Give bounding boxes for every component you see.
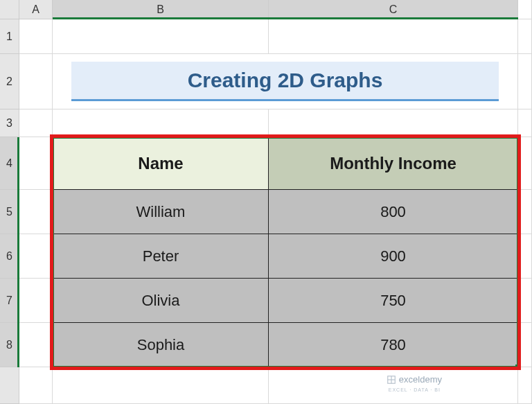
row-header-1[interactable]: 1	[0, 19, 19, 54]
select-all-corner[interactable]	[0, 0, 19, 19]
table-header-name[interactable]: Name	[53, 137, 269, 190]
cell-A4[interactable]	[19, 137, 53, 190]
cell-A9[interactable]	[19, 367, 53, 404]
table-row[interactable]: Sophia	[53, 323, 269, 367]
col-header-A[interactable]: A	[19, 0, 53, 19]
cell-D3[interactable]	[518, 109, 532, 137]
cell-B3[interactable]	[53, 109, 269, 137]
page-title: Creating 2D Graphs	[71, 62, 499, 101]
cell-A6[interactable]	[19, 234, 53, 279]
cell-A8[interactable]	[19, 323, 53, 367]
row-header-3[interactable]: 3	[0, 109, 19, 137]
cell-D4[interactable]	[518, 137, 532, 190]
table-row[interactable]: William	[53, 190, 269, 234]
cell-A3[interactable]	[19, 109, 53, 137]
table-row[interactable]: 800	[269, 190, 518, 234]
cell-B1[interactable]	[53, 19, 269, 54]
row-header-9[interactable]	[0, 367, 19, 404]
row-selection-marker	[0, 137, 19, 367]
cell-D1[interactable]	[518, 19, 532, 54]
cell-C1[interactable]	[269, 19, 518, 54]
cell-D7[interactable]	[518, 279, 532, 323]
cell-D6[interactable]	[518, 234, 532, 279]
cell-D9[interactable]	[518, 367, 532, 404]
table-row[interactable]: Olivia	[53, 279, 269, 323]
table-row[interactable]: 900	[269, 234, 518, 279]
table-row[interactable]: 780	[269, 323, 518, 367]
spreadsheet-icon	[387, 375, 396, 385]
cell-C9[interactable]	[269, 367, 518, 404]
cell-D5[interactable]	[518, 190, 532, 234]
cell-B9[interactable]	[53, 367, 269, 404]
watermark: exceldemy	[387, 374, 442, 385]
cell-A5[interactable]	[19, 190, 53, 234]
cell-A2[interactable]	[19, 54, 53, 109]
table-header-income[interactable]: Monthly Income	[269, 137, 518, 190]
cell-A7[interactable]	[19, 279, 53, 323]
row-header-2[interactable]: 2	[0, 54, 19, 109]
table-row[interactable]: Peter	[53, 234, 269, 279]
spreadsheet-grid: A B C 1 2 Creating 2D Graphs 3 4 Name Mo…	[0, 0, 532, 404]
cell-A1[interactable]	[19, 19, 53, 54]
cell-D8[interactable]	[518, 323, 532, 367]
col-header-overflow	[518, 0, 532, 19]
title-cell[interactable]: Creating 2D Graphs	[53, 54, 518, 109]
watermark-brand: exceldemy	[399, 374, 442, 385]
watermark-tagline: EXCEL · DATA · BI	[389, 387, 441, 392]
table-row[interactable]: 750	[269, 279, 518, 323]
cell-C3[interactable]	[269, 109, 518, 137]
col-selection-marker	[53, 0, 518, 19]
cell-D2[interactable]	[518, 54, 532, 109]
